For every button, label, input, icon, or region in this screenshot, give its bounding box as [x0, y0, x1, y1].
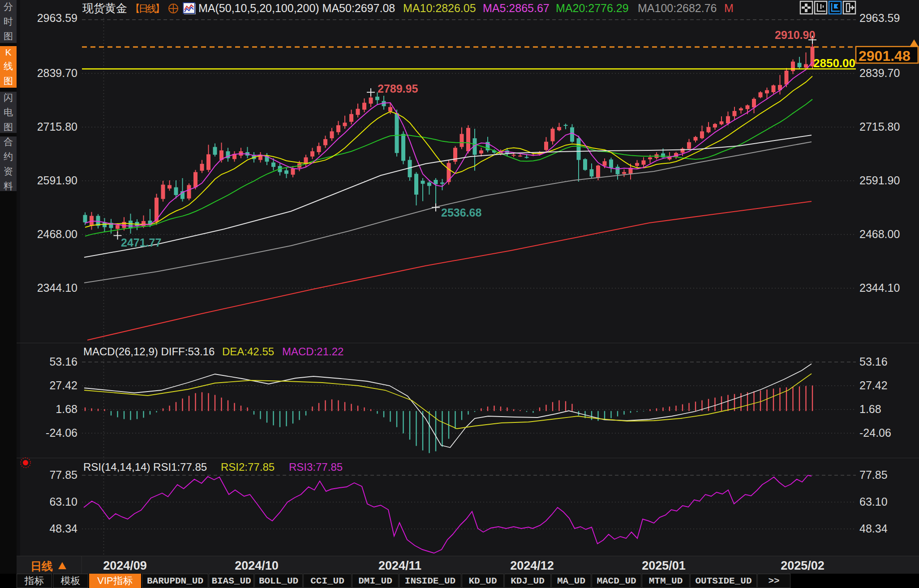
- svg-text:2591.90: 2591.90: [37, 174, 77, 187]
- svg-text:现货黄金: 现货黄金: [82, 2, 127, 14]
- svg-text:2025/01: 2025/01: [642, 559, 686, 572]
- svg-text:77.85: 77.85: [49, 469, 77, 481]
- svg-text:48.34: 48.34: [49, 522, 77, 535]
- svg-text:2468.00: 2468.00: [859, 228, 900, 240]
- svg-text:2789.95: 2789.95: [378, 82, 418, 95]
- svg-text:RSI2:77.85: RSI2:77.85: [221, 461, 275, 473]
- svg-text:MA5:2865.67: MA5:2865.67: [483, 2, 550, 14]
- svg-text:53.16: 53.16: [859, 355, 888, 368]
- svg-text:48.34: 48.34: [859, 522, 888, 535]
- svg-text:【日线】: 【日线】: [130, 3, 165, 14]
- svg-text:27.42: 27.42: [859, 379, 888, 392]
- svg-text:27.42: 27.42: [49, 379, 77, 392]
- svg-text:2471.77: 2471.77: [121, 236, 161, 249]
- svg-text:63.10: 63.10: [859, 495, 888, 508]
- svg-text:2024/12: 2024/12: [510, 559, 554, 572]
- svg-text:2839.70: 2839.70: [859, 67, 900, 79]
- svg-text:RSI(14,14,14) RSI1:77.85: RSI(14,14,14) RSI1:77.85: [83, 461, 207, 473]
- svg-text:2850.00: 2850.00: [813, 56, 855, 70]
- svg-text:-24.06: -24.06: [859, 426, 891, 439]
- svg-text:2963.59: 2963.59: [37, 12, 77, 24]
- svg-text:2024/10: 2024/10: [235, 559, 279, 572]
- svg-text:2715.80: 2715.80: [37, 120, 77, 133]
- svg-text:RSI3:77.85: RSI3:77.85: [289, 461, 343, 473]
- svg-text:2468.00: 2468.00: [37, 228, 77, 240]
- svg-text:63.10: 63.10: [49, 495, 77, 508]
- svg-text:77.85: 77.85: [859, 469, 888, 481]
- svg-text:2839.70: 2839.70: [37, 67, 77, 79]
- svg-text:53.16: 53.16: [49, 355, 77, 368]
- svg-text:-24.06: -24.06: [46, 426, 77, 439]
- svg-text:M: M: [724, 2, 734, 14]
- svg-text:2715.80: 2715.80: [859, 120, 900, 133]
- svg-text:2344.10: 2344.10: [37, 281, 77, 294]
- svg-text:MA10:2826.05: MA10:2826.05: [403, 2, 476, 14]
- svg-text:2910.90: 2910.90: [775, 29, 815, 41]
- svg-text:1.68: 1.68: [56, 403, 77, 415]
- svg-text:2025/02: 2025/02: [781, 559, 825, 572]
- svg-text:2024/09: 2024/09: [103, 559, 147, 572]
- svg-text:MACD(26,12,9) DIFF:53.16: MACD(26,12,9) DIFF:53.16: [83, 345, 215, 358]
- svg-text:2591.90: 2591.90: [859, 174, 900, 187]
- svg-text:1.68: 1.68: [859, 403, 881, 415]
- svg-text:日线: 日线: [30, 560, 53, 572]
- svg-text:2536.68: 2536.68: [441, 206, 481, 219]
- svg-text:DEA:42.55: DEA:42.55: [222, 345, 274, 358]
- svg-text:MACD:21.22: MACD:21.22: [282, 345, 344, 358]
- svg-text:2024/11: 2024/11: [378, 559, 421, 572]
- svg-text:MA(50,10,5,20,100,200) MA50:26: MA(50,10,5,20,100,200) MA50:2697.08: [198, 2, 395, 14]
- svg-text:2344.10: 2344.10: [859, 281, 900, 294]
- svg-text:MA20:2776.29: MA20:2776.29: [556, 2, 629, 14]
- svg-text:MA100:2682.76: MA100:2682.76: [638, 2, 717, 14]
- svg-text:2901.48: 2901.48: [859, 48, 910, 64]
- svg-text:2963.59: 2963.59: [859, 12, 900, 24]
